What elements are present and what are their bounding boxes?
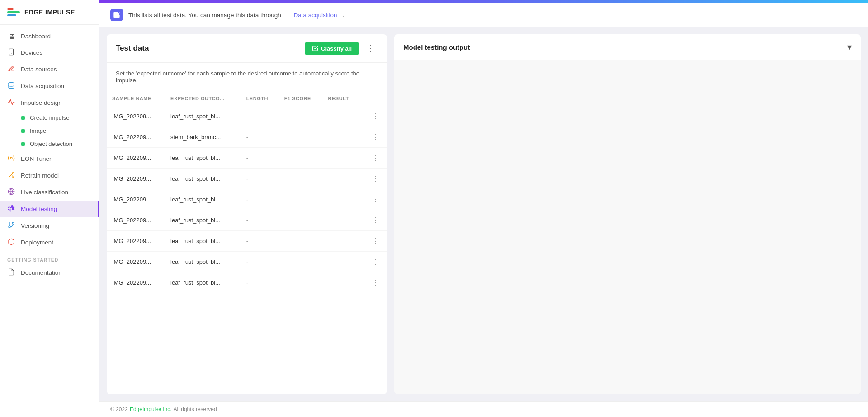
sidebar-item-retrain-model[interactable]: Retrain model [0,167,99,184]
output-panel-header: Model testing output ▾ [394,34,861,60]
notification-text: This lists all test data. You can manage… [128,12,281,19]
cell-result [323,189,360,210]
cell-expected-outcome: leaf_rust_spot_bl... [165,272,241,293]
cell-result [323,148,360,169]
versioning-icon [7,221,15,230]
row-more-button[interactable]: ⋮ [369,215,382,225]
sidebar-item-label: Deployment [21,239,53,246]
sidebar-sub-item-object-detection[interactable]: Object detection [0,137,99,150]
sidebar-item-label: Dashboard [21,33,51,40]
cell-f1-score [279,231,323,252]
cell-row-actions: ⋮ [359,189,387,210]
row-more-button[interactable]: ⋮ [369,111,382,122]
cell-row-actions: ⋮ [359,169,387,189]
logo-bar-blue [7,14,16,16]
output-dropdown-button[interactable]: ▾ [847,42,852,52]
cell-f1-score [279,210,323,231]
notification-icon [110,9,123,21]
cell-length: - [241,210,279,231]
panel-header-actions: Classify all ⋮ [305,42,378,55]
cell-row-actions: ⋮ [359,148,387,169]
cell-row-actions: ⋮ [359,252,387,272]
cell-row-actions: ⋮ [359,231,387,252]
cell-length: - [241,231,279,252]
panel-more-button[interactable]: ⋮ [363,42,378,55]
footer-copyright: © 2022 [110,406,128,412]
devices-icon [7,48,15,57]
test-data-table-container: SAMPLE NAME EXPECTED OUTCO... LENGTH F1 … [107,91,387,394]
table-row: IMG_202209... leaf_rust_spot_bl... - ⋮ [107,148,387,169]
row-more-button[interactable]: ⋮ [369,132,382,142]
impulse-design-icon [7,98,15,107]
cell-expected-outcome: leaf_rust_spot_bl... [165,210,241,231]
model-testing-icon [7,205,15,213]
cell-f1-score [279,148,323,169]
test-data-table: SAMPLE NAME EXPECTED OUTCO... LENGTH F1 … [107,91,387,293]
sidebar-item-data-acquisition[interactable]: Data acquisition [0,78,99,94]
cell-expected-outcome: leaf_rust_spot_bl... [165,189,241,210]
cell-sample-name: IMG_202209... [107,148,165,169]
sidebar: EDGE IMPULSE 🖥 Dashboard Devices Data so… [0,0,99,417]
sidebar-item-data-sources[interactable]: Data sources [0,61,99,78]
cell-result [323,210,360,231]
sidebar-item-label: Retrain model [21,172,59,179]
cell-length: - [241,106,279,127]
col-length: LENGTH [241,91,279,106]
row-more-button[interactable]: ⋮ [369,173,382,184]
cell-f1-score [279,189,323,210]
cell-f1-score [279,106,323,127]
svg-point-2 [9,82,14,84]
sidebar-item-deployment[interactable]: Deployment [0,234,99,251]
row-more-button[interactable]: ⋮ [369,236,382,246]
classify-all-label: Classify all [321,45,352,52]
sidebar-item-documentation[interactable]: Documentation [0,264,99,281]
row-more-button[interactable]: ⋮ [369,194,382,205]
sidebar-sub-item-label: Image [30,127,46,134]
col-expected-outcome: EXPECTED OUTCO... [165,91,241,106]
col-result: RESULT [323,91,360,106]
sidebar-sub-item-create-impulse[interactable]: Create impulse [0,111,99,124]
sidebar-sub-item-label: Object detection [30,141,72,147]
test-data-panel: Test data Classify all ⋮ Set the 'expect… [107,34,387,394]
sidebar-item-label: Devices [21,49,42,56]
sidebar-item-dashboard[interactable]: 🖥 Dashboard [0,28,99,44]
row-more-button[interactable]: ⋮ [369,153,382,163]
sidebar-item-live-classification[interactable]: Live classification [0,184,99,201]
eon-tuner-icon [7,155,15,163]
data-sources-icon [7,65,15,74]
sidebar-item-impulse-design[interactable]: Impulse design [0,94,99,111]
sub-dot-object-detection [21,142,25,146]
cell-sample-name: IMG_202209... [107,272,165,293]
table-row: IMG_202209... leaf_rust_spot_bl... - ⋮ [107,189,387,210]
col-actions [359,91,387,106]
sidebar-item-label: Data acquisition [21,83,64,89]
cell-expected-outcome: leaf_rust_spot_bl... [165,252,241,272]
sidebar-sub-item-image[interactable]: Image [0,124,99,137]
getting-started-label: GETTING STARTED [0,251,99,264]
data-acquisition-link[interactable]: Data acquisition [293,12,337,19]
classify-all-button[interactable]: Classify all [305,42,359,55]
row-more-button[interactable]: ⋮ [369,257,382,267]
content-area: Test data Classify all ⋮ Set the 'expect… [99,27,868,401]
row-more-button[interactable]: ⋮ [369,277,382,288]
sidebar-item-eon-tuner[interactable]: EON Tuner [0,150,99,167]
sidebar-item-devices[interactable]: Devices [0,44,99,61]
sub-dot-create-impulse [21,116,25,120]
sub-dot-image [21,129,25,133]
sidebar-item-label: Documentation [21,269,62,276]
cell-result [323,252,360,272]
table-row: IMG_202209... stem_bark_branc... - ⋮ [107,127,387,148]
cell-row-actions: ⋮ [359,127,387,148]
cell-length: - [241,148,279,169]
footer-company-link[interactable]: EdgeImpulse Inc. [130,406,172,412]
sidebar-item-versioning[interactable]: Versioning [0,217,99,234]
panel-title: Test data [116,44,149,53]
sidebar-item-label: Live classification [21,189,68,196]
cell-length: - [241,169,279,189]
top-gradient-bar [99,0,868,3]
logo-bar-red [7,8,14,10]
sidebar-item-model-testing[interactable]: Model testing [0,201,99,217]
sidebar-sub-item-label: Create impulse [30,114,69,121]
deployment-icon [7,238,15,247]
cell-result [323,127,360,148]
